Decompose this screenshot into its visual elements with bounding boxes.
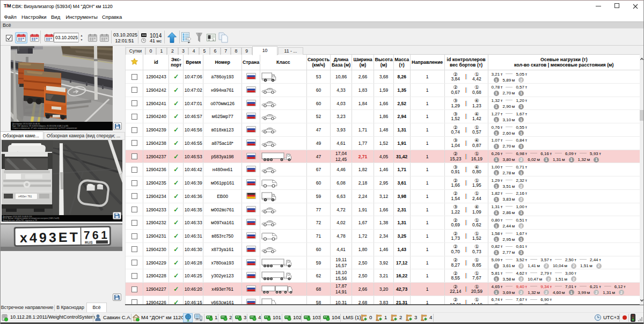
svg-text:Номерной знак: х493ет761, наде: Номерной знак: х493ет761, надежность: 99 [3,219,37,222]
svg-text:х493ет 761: х493ет 761 [18,195,32,198]
svg-text:RUS: RUS [85,240,93,244]
svg-text:Скорость измерения: 47 км/ч н: Скорость измерения: 47 км/ч направление … [12,127,77,129]
svg-text:761: 761 [84,229,108,241]
